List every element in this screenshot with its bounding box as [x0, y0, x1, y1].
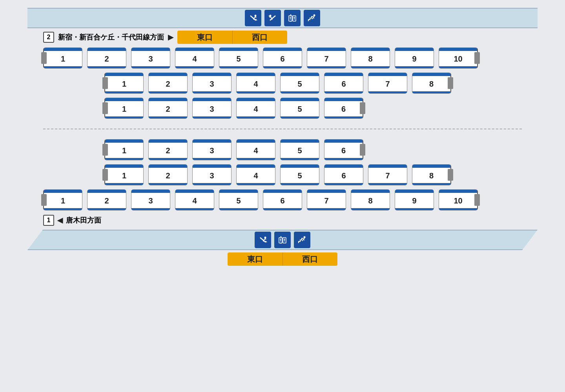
car-1-8-5: 5	[280, 164, 319, 185]
door-right	[448, 169, 453, 181]
car-2-8-4: 4	[236, 73, 275, 94]
bottom-exit-east: 東口	[228, 254, 282, 265]
escalator-down-icon2	[255, 232, 271, 248]
line2-arrow: ▶	[168, 33, 173, 42]
bottom-exit-west: 西口	[283, 254, 338, 265]
door-right	[474, 52, 480, 64]
top-platform-strip	[27, 8, 538, 28]
car-2-10-6: 6	[263, 47, 302, 69]
svg-point-19	[290, 17, 291, 18]
line2-direction-text: 新宿・新百合ケ丘・千代田線方面	[58, 33, 164, 42]
car-1-8-7: 7	[368, 164, 407, 185]
stairs-icon2	[294, 232, 310, 248]
door-left	[102, 77, 108, 89]
car-1-10-7: 7	[307, 189, 346, 211]
car-2-10-4: 4	[175, 47, 214, 69]
escalator-up-icon	[264, 10, 281, 26]
car-1-8-2: 2	[148, 164, 188, 185]
door-left	[102, 169, 108, 181]
car-2-10-5: 5	[219, 47, 258, 69]
car-2-8-1: 1	[104, 73, 144, 94]
car-2-8-5: 5	[280, 73, 319, 94]
car-2-8-2: 2	[148, 73, 188, 94]
svg-point-42	[284, 239, 285, 240]
car-1-8-6: 6	[324, 164, 363, 185]
svg-point-45	[304, 236, 306, 238]
door-left	[41, 194, 47, 206]
car-2-10-8: 8	[351, 47, 390, 69]
car-2-8-7: 7	[368, 73, 407, 94]
line2-number: 2	[47, 34, 51, 41]
svg-rect-14	[287, 13, 298, 24]
stairs-icon	[304, 10, 320, 26]
door-right	[360, 144, 365, 156]
line1-row-6: 1 2 3 4 5	[104, 139, 522, 160]
elevator-icon2	[274, 232, 291, 248]
diagram-container: 2 新宿・新百合ケ丘・千代田線方面 ▶ 東口 西口 1 2	[27, 8, 538, 268]
svg-point-24	[313, 15, 315, 16]
car-2-8-3: 3	[192, 73, 231, 94]
door-right	[360, 102, 365, 114]
svg-point-40	[280, 239, 281, 240]
car-2-6-5: 5	[280, 98, 319, 119]
car-1-6-2: 2	[148, 139, 188, 160]
top-exit-west: 西口	[233, 32, 288, 43]
car-1-8-8: 8	[412, 164, 451, 185]
car-2-10-10: 10	[439, 47, 478, 69]
car-1-8-3: 3	[192, 164, 231, 185]
line2-number-box: 2	[43, 32, 54, 43]
line1-arrow: ◀	[57, 216, 63, 225]
car-2-8-6: 6	[324, 73, 363, 94]
line1-number-box: 1	[43, 215, 54, 226]
car-1-10-1: 1	[43, 189, 82, 211]
car-2-8-8: 8	[412, 73, 451, 94]
car-2-6-2: 2	[148, 98, 188, 119]
car-2-10-2: 2	[87, 47, 126, 69]
svg-point-29	[264, 237, 266, 239]
car-2-10-9: 9	[395, 47, 434, 69]
bottom-exit-bar: 東口 西口	[228, 252, 337, 266]
door-right	[448, 77, 453, 89]
door-left	[102, 144, 108, 156]
car-1-10-9: 9	[395, 189, 434, 211]
car-1-6-3: 3	[192, 139, 231, 160]
door-left	[41, 52, 47, 64]
car-2-6-3: 3	[192, 98, 231, 119]
line2-row-6: 1 2 3 4 5	[104, 98, 522, 119]
top-exit-bar: 東口 西口	[177, 31, 287, 44]
top-platform-icons	[245, 10, 320, 26]
car-1-10-10: 10	[439, 189, 478, 211]
car-1-6-4: 4	[236, 139, 275, 160]
top-exit-east: 東口	[177, 32, 232, 43]
car-2-6-1: 1	[104, 98, 144, 119]
door-right	[474, 194, 480, 206]
section-divider	[43, 129, 522, 129]
car-2-6-4: 4	[236, 98, 275, 119]
car-1-6-6: 6	[324, 139, 363, 160]
car-2-6-6: 6	[324, 98, 363, 119]
car-1-10-5: 5	[219, 189, 258, 211]
car-1-10-4: 4	[175, 189, 214, 211]
door-left	[102, 102, 108, 114]
car-1-10-3: 3	[131, 189, 170, 211]
svg-rect-35	[277, 234, 288, 245]
line1-row-10: 1 2 3 4 5	[43, 189, 522, 211]
car-1-8-1: 1	[104, 164, 144, 185]
car-1-10-2: 2	[87, 189, 126, 211]
bottom-platform-icons	[255, 232, 310, 248]
car-2-10-1: 1	[43, 47, 82, 69]
line1-row-8: 1 2 3 4 5	[104, 164, 522, 185]
car-2-10-7: 7	[307, 47, 346, 69]
line2-row-8: 1 2 3 4 5	[104, 73, 522, 94]
line1-number: 1	[47, 217, 51, 224]
svg-point-21	[294, 17, 295, 18]
elevator-icon	[284, 10, 301, 26]
escalator-down-icon	[245, 10, 261, 26]
car-1-6-1: 1	[104, 139, 144, 160]
car-1-10-6: 6	[263, 189, 302, 211]
line1-direction-text: 唐木田方面	[66, 216, 101, 225]
line2-row-10: 1 2 3 4 5	[43, 47, 522, 69]
car-1-6-5: 5	[280, 139, 319, 160]
car-1-8-4: 4	[236, 164, 275, 185]
car-1-10-8: 8	[351, 189, 390, 211]
